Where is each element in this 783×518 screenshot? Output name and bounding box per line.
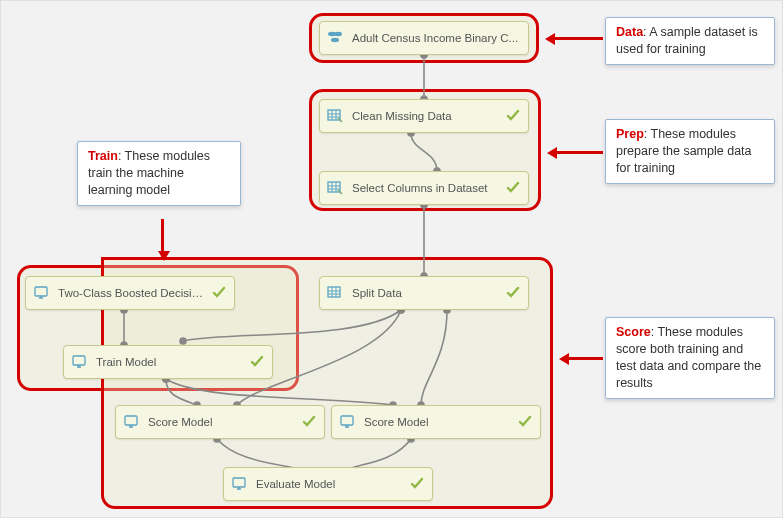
module-label: Evaluate Model [256, 478, 404, 490]
svg-rect-8 [328, 287, 340, 297]
arrow-to-data [549, 37, 603, 40]
callout-title: Score [616, 325, 651, 339]
grid-icon [326, 284, 344, 302]
check-icon [410, 477, 424, 491]
dataset-icon [326, 29, 344, 47]
check-icon [212, 286, 226, 300]
module-label: Split Data [352, 287, 500, 299]
module-train-model[interactable]: Train Model [63, 345, 273, 379]
callout-score: Score: These modules score both training… [605, 317, 775, 399]
svg-rect-9 [125, 416, 137, 425]
check-icon [506, 181, 520, 195]
arrow-to-prep [551, 151, 603, 154]
module-label: Adult Census Income Binary C... [352, 32, 520, 44]
module-split-data[interactable]: Split Data [319, 276, 529, 310]
check-icon [518, 415, 532, 429]
module-label: Train Model [96, 356, 244, 368]
module-label: Two-Class Boosted Decision T... [58, 287, 206, 299]
module-dataset[interactable]: Adult Census Income Binary C... [319, 21, 529, 55]
svg-rect-6 [35, 287, 47, 296]
check-icon [506, 109, 520, 123]
callout-title: Data [616, 25, 643, 39]
svg-rect-7 [73, 356, 85, 365]
svg-point-3 [331, 38, 339, 42]
experiment-icon [122, 413, 140, 431]
module-score-model-1[interactable]: Score Model [115, 405, 325, 439]
callout-prep: Prep: These modules prepare the sample d… [605, 119, 775, 184]
module-label: Select Columns in Dataset [352, 182, 500, 194]
arrow-to-score [563, 357, 603, 360]
check-icon [250, 355, 264, 369]
callout-train: Train: These modules train the machine l… [77, 141, 241, 206]
module-select-columns[interactable]: Select Columns in Dataset [319, 171, 529, 205]
experiment-canvas[interactable]: Adult Census Income Binary C... Clean Mi… [0, 0, 783, 518]
module-label: Score Model [364, 416, 512, 428]
arrow-to-train [161, 219, 164, 257]
module-label: Clean Missing Data [352, 110, 500, 122]
check-icon [506, 286, 520, 300]
module-two-class-boosted[interactable]: Two-Class Boosted Decision T... [25, 276, 235, 310]
experiment-icon [32, 284, 50, 302]
module-evaluate-model[interactable]: Evaluate Model [223, 467, 433, 501]
module-label: Score Model [148, 416, 296, 428]
svg-rect-10 [341, 416, 353, 425]
module-score-model-2[interactable]: Score Model [331, 405, 541, 439]
grid-icon [326, 179, 344, 197]
experiment-icon [338, 413, 356, 431]
experiment-icon [70, 353, 88, 371]
callout-title: Prep [616, 127, 644, 141]
check-icon [302, 415, 316, 429]
module-clean-missing-data[interactable]: Clean Missing Data [319, 99, 529, 133]
callout-title: Train [88, 149, 118, 163]
svg-rect-11 [233, 478, 245, 487]
experiment-icon [230, 475, 248, 493]
svg-point-2 [334, 32, 342, 36]
grid-icon [326, 107, 344, 125]
callout-data: Data: A sample dataset is used for train… [605, 17, 775, 65]
